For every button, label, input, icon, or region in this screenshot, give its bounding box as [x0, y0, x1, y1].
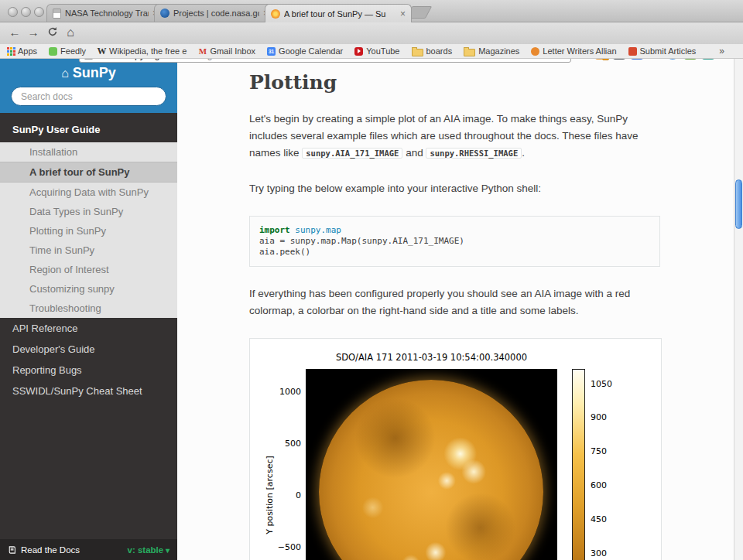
sidebar-item-customizing[interactable]: Customizing sunpy: [0, 279, 177, 299]
bookmark-feedly[interactable]: Feedly: [49, 46, 86, 56]
tab-title: A brief tour of SunPy — Su: [284, 9, 396, 19]
sidebar-item-installation[interactable]: Installation: [0, 142, 177, 162]
y-tick: 1000: [264, 387, 301, 397]
bookmark-apps[interactable]: Apps: [6, 46, 37, 56]
nav-section-caption: SunPy User Guide: [0, 113, 177, 142]
bookmark-label: Wikipedia, the free e: [109, 46, 187, 56]
sidebar-item-troubleshooting[interactable]: Troubleshooting: [0, 299, 177, 318]
colorbar-tick: 900: [591, 412, 618, 422]
home-icon: [61, 67, 69, 80]
folder-icon: [412, 49, 423, 56]
wikipedia-icon: W: [98, 47, 106, 56]
code-line: import sunpy.map: [259, 225, 650, 236]
scrollbar-thumb[interactable]: [735, 179, 742, 229]
bookmark-wikipedia[interactable]: WWikipedia, the free e: [98, 46, 187, 56]
code-line: aia.peek(): [259, 247, 650, 258]
tab-sunpy-tour[interactable]: A brief tour of SunPy — Su: [265, 4, 412, 22]
try-typing-paragraph: Try typing the below example into your i…: [249, 180, 660, 197]
sidebar-item-brief-tour[interactable]: A brief tour of SunPy: [0, 162, 177, 183]
browser-window: NASA Technology Transfe Projects | code.…: [0, 0, 743, 560]
calendar-icon: 31: [267, 47, 276, 56]
bookmark-label: Google Calendar: [279, 46, 343, 56]
intro-paragraph: Let's begin by creating a simple plot of…: [249, 111, 660, 162]
top-level-nav-list: API Reference Developer's Guide Reportin…: [0, 318, 177, 401]
inline-code-aia-image: sunpy.AIA_171_IMAGE: [302, 148, 402, 159]
search-input[interactable]: [11, 87, 166, 106]
apps-grid-icon: [7, 47, 9, 50]
bookmark-label: Gmail Inbox: [210, 46, 255, 56]
reload-icon[interactable]: [44, 24, 61, 41]
sidebar-item-sswidl-cheat-sheet[interactable]: SSWIDL/SunPy Cheat Sheet: [0, 381, 177, 401]
tab-title: NASA Technology Transfe: [65, 9, 149, 18]
bookmark-label: boards: [426, 46, 453, 56]
youtube-icon: [354, 47, 363, 56]
sidebar-item-reporting-bugs[interactable]: Reporting Bugs: [0, 360, 177, 381]
bookmark-label: YouTube: [366, 46, 399, 56]
page-title: Plotting: [249, 71, 734, 94]
bookmark-label: Apps: [18, 46, 37, 56]
bookmark-letter-writers[interactable]: Letter Writers Allian: [531, 46, 616, 56]
python-code-block: import sunpy.map aia = sunpy.map.Map(sun…: [249, 216, 660, 267]
bookmark-youtube[interactable]: YouTube: [354, 46, 399, 56]
sidebar-item-data-types[interactable]: Data Types in SunPy: [0, 202, 177, 221]
y-tick: 500: [264, 439, 301, 449]
sidebar-item-developers-guide[interactable]: Developer's Guide: [0, 339, 177, 360]
window-minimize-button[interactable]: [21, 7, 31, 17]
sun-favicon: [271, 9, 280, 19]
tab-close-icon[interactable]: [400, 10, 406, 18]
submit-articles-icon: [628, 47, 637, 56]
bookmark-submit-articles[interactable]: Submit Articles: [628, 46, 697, 56]
figure-title: SDO/AIA 171 2011-03-19 10:54:00.340000: [306, 352, 557, 363]
result-paragraph: If everything has been configured proper…: [249, 285, 660, 319]
sidebar-header: SunPy: [0, 59, 177, 113]
solar-image: [306, 369, 557, 560]
bookmark-folder-magazines[interactable]: Magazines: [464, 46, 519, 56]
bookmark-folder-boards[interactable]: boards: [412, 46, 453, 56]
feedly-icon: [49, 47, 57, 56]
version-switcher[interactable]: v: stable: [128, 545, 169, 555]
inline-code-rhessi-image: sunpy.RHESSI_IMAGE: [426, 148, 522, 159]
window-close-button[interactable]: [8, 7, 18, 17]
document-favicon: [53, 9, 61, 19]
bookmark-gmail[interactable]: MGmail Inbox: [198, 46, 255, 56]
paragraph-text: and: [402, 147, 426, 159]
page-scrollbar[interactable]: [734, 59, 743, 560]
tab-nasa-technology[interactable]: NASA Technology Transfe: [46, 4, 164, 22]
brand-label: SunPy: [73, 65, 116, 80]
y-tick: −500: [264, 542, 301, 552]
sidebar-item-plotting[interactable]: Plotting in SunPy: [0, 221, 177, 241]
y-tick: 0: [264, 490, 301, 500]
colorbar-tick: 600: [591, 480, 618, 490]
bookmark-label: Feedly: [60, 46, 86, 56]
window-zoom-button[interactable]: [34, 7, 44, 17]
sun-disc: [319, 380, 543, 560]
bookmark-label: Letter Writers Allian: [543, 46, 616, 56]
docs-sidebar: SunPy SunPy User Guide Installation A br…: [0, 59, 177, 560]
colorbar: [572, 369, 585, 560]
doc-content: Plotting Let's begin by creating a simpl…: [177, 59, 734, 560]
gmail-icon: M: [198, 47, 207, 56]
sidebar-item-time[interactable]: Time in SunPy: [0, 241, 177, 260]
window-titlebar: NASA Technology Transfe Projects | code.…: [0, 0, 743, 22]
guide-nav-list: Installation A brief tour of SunPy Acqui…: [0, 142, 177, 318]
sunpy-home-link[interactable]: SunPy: [0, 65, 177, 81]
sidebar-item-api-reference[interactable]: API Reference: [0, 318, 177, 339]
tab-title: Projects | code.nasa.gov: [173, 9, 259, 18]
sidebar-item-region-of-interest[interactable]: Region of Interest: [0, 260, 177, 279]
sidebar-item-acquiring-data[interactable]: Acquiring Data with SunPy: [0, 183, 177, 202]
code-line: aia = sunpy.map.Map(sunpy.AIA_171_IMAGE): [259, 236, 650, 247]
forward-icon[interactable]: [25, 24, 42, 41]
home-icon[interactable]: [62, 24, 79, 41]
folder-icon: [464, 49, 475, 56]
bookmark-calendar[interactable]: 31Google Calendar: [267, 46, 343, 56]
letter-writers-icon: [531, 47, 539, 56]
browser-toolbar: docs.sunpy.org /en/stable/guide/tour.htm…: [0, 22, 743, 45]
bookmark-label: Magazines: [478, 46, 519, 56]
readthedocs-flyout[interactable]: Read the Docs v: stable: [0, 539, 177, 560]
tab-code-nasa[interactable]: Projects | code.nasa.gov: [154, 4, 275, 22]
bookmarks-overflow-icon[interactable]: [719, 46, 724, 56]
back-icon[interactable]: [6, 24, 23, 41]
colorbar-tick: 750: [591, 446, 618, 456]
paragraph-text: .: [522, 147, 525, 159]
colorbar-tick: 1050: [591, 379, 618, 389]
